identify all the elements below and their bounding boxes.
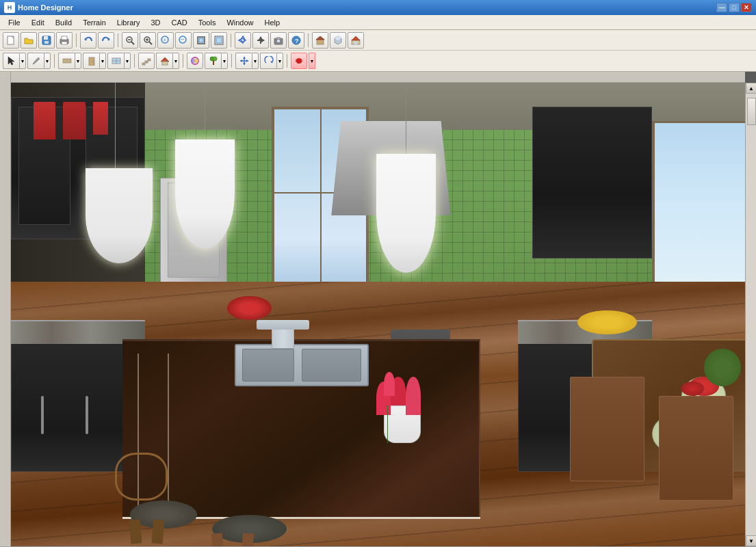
canvas-area[interactable]: ▲ ▼ — [11, 72, 756, 546]
menu-window[interactable]: Window — [221, 17, 259, 28]
svg-text:−: − — [181, 36, 185, 43]
svg-rect-21 — [199, 38, 203, 42]
camera-button[interactable] — [270, 32, 287, 49]
svg-line-13 — [149, 42, 152, 44]
stair-tool-button[interactable] — [138, 53, 155, 69]
separator-2 — [118, 34, 118, 47]
svg-rect-3 — [44, 41, 49, 44]
main-area: ▲ ▼ — [0, 72, 756, 546]
new-button[interactable] — [3, 32, 19, 49]
zoom-plus-button[interactable]: + — [157, 32, 174, 49]
open-button[interactable] — [21, 32, 37, 49]
roof-tool-button[interactable] — [156, 53, 172, 69]
scroll-down-arrow[interactable]: ▼ — [746, 535, 756, 546]
move-tool-dropdown[interactable]: ▼ — [252, 53, 259, 69]
svg-marker-42 — [8, 57, 14, 65]
horizontal-ruler — [11, 72, 745, 83]
svg-rect-32 — [276, 37, 281, 39]
zoom-in-button[interactable] — [140, 32, 156, 49]
wall-tool-button[interactable] — [58, 53, 75, 69]
roof-tool-group: ▼ — [156, 53, 179, 69]
move-tool-button[interactable] — [235, 53, 252, 69]
scroll-thumb[interactable] — [747, 98, 756, 125]
menu-library[interactable]: Library — [112, 17, 146, 28]
separator-4 — [308, 34, 309, 47]
plant-tool-button[interactable] — [205, 53, 221, 69]
svg-text:?: ? — [295, 38, 299, 44]
rec-dropdown[interactable]: ▼ — [309, 53, 315, 69]
maximize-button[interactable]: □ — [729, 3, 740, 12]
plant-tool-dropdown[interactable]: ▼ — [221, 53, 228, 69]
scroll-track[interactable] — [746, 94, 756, 535]
draw-tool-group: ▼ — [27, 53, 51, 69]
roof-tool-dropdown[interactable]: ▼ — [172, 53, 179, 69]
title-bar: H Home Designer — □ ✕ — [0, 0, 756, 15]
menu-help[interactable]: Help — [259, 17, 286, 28]
draw-tool-button[interactable] — [27, 53, 44, 69]
3d-viewport[interactable] — [11, 83, 756, 546]
separator-1 — [76, 34, 77, 47]
svg-point-62 — [213, 57, 217, 61]
fit-window-button[interactable] — [193, 32, 209, 49]
window-tool-button[interactable] — [107, 53, 124, 69]
svg-marker-8 — [107, 38, 110, 41]
save-button[interactable] — [38, 32, 55, 49]
close-button[interactable]: ✕ — [741, 3, 752, 12]
house2-button[interactable] — [330, 32, 346, 49]
svg-rect-6 — [62, 42, 67, 44]
window-tool-dropdown[interactable]: ▼ — [124, 53, 131, 69]
menu-3d[interactable]: 3D — [145, 17, 166, 28]
zoom-out-button[interactable] — [122, 32, 138, 49]
menu-tools[interactable]: Tools — [193, 17, 222, 28]
wall-tool-dropdown[interactable]: ▼ — [75, 53, 81, 69]
select-tool-dropdown[interactable]: ▼ — [19, 53, 26, 69]
svg-rect-41 — [354, 41, 357, 44]
menu-bar: File Edit Build Terrain Library 3D CAD T… — [0, 15, 756, 30]
minimize-button[interactable]: — — [716, 3, 727, 12]
nav-button[interactable] — [235, 32, 251, 49]
scroll-up-arrow[interactable]: ▲ — [746, 83, 756, 94]
door-tool-dropdown[interactable]: ▼ — [99, 53, 106, 69]
app-icon: H — [4, 2, 15, 13]
menu-terrain[interactable]: Terrain — [77, 17, 112, 28]
print-button[interactable] — [56, 32, 73, 49]
menu-edit[interactable]: Edit — [26, 17, 50, 28]
svg-rect-23 — [216, 38, 222, 43]
house1-button[interactable] — [312, 32, 328, 49]
menu-build[interactable]: Build — [50, 17, 77, 28]
rotate-tool-dropdown[interactable]: ▼ — [276, 53, 283, 69]
house3-button[interactable] — [348, 32, 364, 49]
redo-button[interactable] — [98, 32, 114, 49]
arrow-tool-group: ▼ — [235, 53, 259, 69]
separator-r2-2 — [134, 54, 135, 68]
help-button[interactable]: ? — [288, 32, 304, 49]
svg-marker-68 — [240, 59, 242, 62]
rotate-tool-button[interactable] — [260, 53, 276, 69]
window-tool-group: ▼ — [107, 53, 131, 69]
svg-rect-2 — [44, 36, 48, 40]
undo-button[interactable] — [80, 32, 96, 49]
arrow-button[interactable] — [252, 32, 269, 49]
rec-button[interactable]: REC — [291, 53, 307, 69]
window-controls: — □ ✕ — [716, 3, 752, 12]
fit-all-button[interactable] — [211, 32, 227, 49]
menu-file[interactable]: File — [3, 17, 26, 28]
svg-rect-5 — [62, 36, 67, 40]
draw-tool-dropdown[interactable]: ▼ — [44, 53, 51, 69]
separator-r2-5 — [287, 54, 287, 68]
app-title: Home Designer — [18, 3, 716, 12]
svg-point-49 — [92, 61, 94, 62]
menu-cad[interactable]: CAD — [166, 17, 192, 28]
svg-rect-57 — [162, 62, 168, 65]
vertical-scrollbar[interactable]: ▲ ▼ — [745, 83, 756, 546]
svg-line-43 — [33, 63, 34, 64]
vertical-ruler — [0, 72, 11, 546]
svg-text:+: + — [164, 37, 167, 43]
zoom-minus-button[interactable]: − — [175, 32, 192, 49]
toolbar-row1: + − ? — [0, 30, 756, 51]
door-tool-button[interactable] — [83, 53, 99, 69]
select-tool-button[interactable] — [3, 53, 19, 69]
svg-marker-56 — [161, 57, 169, 62]
material-tool-button[interactable] — [187, 53, 203, 69]
rotate-tool-group: ▼ — [260, 53, 283, 69]
